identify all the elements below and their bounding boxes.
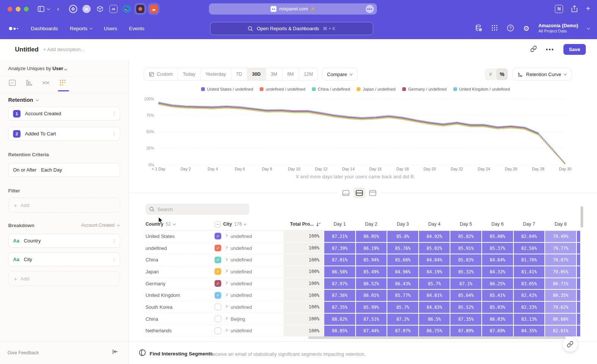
layout-chart-only-button[interactable] bbox=[340, 187, 352, 198]
analyze-entity-dropdown[interactable]: User bbox=[53, 66, 63, 71]
row-checkbox[interactable]: ✓ bbox=[215, 268, 221, 275]
day-column-header[interactable]: Day 6 bbox=[482, 222, 513, 227]
tab-funnels-icon[interactable] bbox=[25, 79, 33, 87]
range-custom[interactable]: Custom bbox=[144, 68, 178, 80]
legend-item[interactable]: United States / undefined bbox=[201, 87, 253, 91]
country-column-header[interactable]: Country 52 bbox=[146, 222, 215, 227]
range-yesterday[interactable]: Yesterday bbox=[200, 68, 231, 80]
day-column-header[interactable]: Day 8 bbox=[545, 222, 576, 227]
cube-extension-icon[interactable] bbox=[96, 5, 104, 13]
retention-criteria-card[interactable]: On or After Each Day bbox=[8, 163, 120, 177]
row-checkbox[interactable]: ✓ bbox=[215, 257, 221, 263]
expand-row-icon[interactable] bbox=[225, 294, 228, 296]
record-extension-icon[interactable] bbox=[136, 5, 144, 13]
nav-item-users[interactable]: Users bbox=[104, 26, 117, 31]
save-button[interactable]: Save bbox=[563, 44, 586, 55]
legend-item[interactable]: United Kingdom / undefined bbox=[453, 87, 510, 91]
unit-percent-button[interactable]: % bbox=[496, 68, 508, 80]
breakdown-city-menu-icon[interactable]: ⋮ bbox=[112, 259, 115, 260]
share-icon[interactable] bbox=[571, 5, 578, 12]
copy-link-icon[interactable] bbox=[530, 46, 537, 54]
help-icon[interactable]: ? bbox=[507, 24, 514, 33]
retention-step-1[interactable]: 1 Account Created ⋮ bbox=[8, 107, 120, 120]
layout-table-only-button[interactable] bbox=[367, 187, 379, 198]
breakdown-country-menu-icon[interactable]: ⋮ bbox=[112, 240, 115, 242]
project-switcher[interactable]: Amazonia {Demo} All Project Data bbox=[538, 23, 578, 34]
range-7d[interactable]: 7D bbox=[231, 68, 247, 80]
legend-item[interactable]: undefined / undefined bbox=[260, 87, 305, 91]
step-1-menu-icon[interactable]: ⋮ bbox=[112, 113, 115, 114]
expand-row-icon[interactable] bbox=[225, 270, 228, 272]
breakdown-city-label[interactable]: City bbox=[24, 257, 107, 262]
compare-button[interactable]: Compare bbox=[322, 68, 357, 81]
m-extension-icon[interactable]: m bbox=[82, 5, 91, 13]
nav-item-events[interactable]: Events bbox=[129, 26, 144, 31]
day-column-header[interactable]: Day 2 bbox=[356, 222, 387, 227]
table-search[interactable] bbox=[146, 204, 249, 215]
expand-row-icon[interactable] bbox=[225, 317, 228, 320]
legend-item[interactable]: China / undefined bbox=[312, 87, 350, 91]
find-interesting-segments-link[interactable]: Find Interesting Segments bbox=[150, 351, 213, 357]
legend-item[interactable]: Germany / undefined bbox=[402, 87, 447, 91]
tab-overview-chevron-icon[interactable] bbox=[47, 9, 50, 10]
sidebar-toggle-icon[interactable] bbox=[38, 6, 44, 12]
expand-row-icon[interactable] bbox=[225, 329, 228, 332]
tab-insights-icon[interactable] bbox=[8, 79, 16, 87]
share-link-fab[interactable] bbox=[563, 337, 578, 352]
day-column-header[interactable]: Day 5 bbox=[450, 222, 482, 227]
step-2-menu-icon[interactable]: ⋮ bbox=[112, 133, 115, 135]
city-column-header[interactable]: – City 176 bbox=[215, 221, 284, 228]
day-column-header[interactable]: Day 1 bbox=[324, 222, 356, 227]
window-vertical-scrollbar[interactable] bbox=[581, 206, 583, 228]
day-column-header[interactable]: Day 4 bbox=[419, 222, 450, 227]
settings-gear-icon[interactable]: ⚙ bbox=[523, 24, 529, 33]
select-all-checkbox[interactable]: – bbox=[215, 221, 221, 228]
report-title[interactable]: Untitled bbox=[15, 46, 38, 53]
expand-row-icon[interactable] bbox=[225, 305, 228, 308]
expand-row-icon[interactable] bbox=[225, 258, 228, 261]
url-more-icon[interactable]: ••• bbox=[366, 5, 374, 13]
range-12m[interactable]: 12M bbox=[299, 68, 318, 80]
breakdown-country-label[interactable]: Country bbox=[24, 238, 107, 244]
breakdown-country[interactable]: Aa Country ⋮ bbox=[8, 234, 120, 248]
expand-row-icon[interactable] bbox=[225, 246, 228, 249]
apps-grid-icon[interactable] bbox=[491, 25, 498, 32]
row-checkbox[interactable]: ✓ bbox=[215, 245, 221, 251]
retention-section-header[interactable]: Retention bbox=[8, 97, 38, 103]
expand-row-icon[interactable] bbox=[225, 234, 228, 237]
nav-item-dashboards[interactable]: Dashboards bbox=[31, 26, 58, 31]
range-30d[interactable]: 30D bbox=[247, 68, 266, 80]
back-icon[interactable]: ‹ bbox=[57, 5, 59, 13]
target-extension-icon[interactable] bbox=[69, 5, 77, 13]
tab-retention-icon[interactable] bbox=[59, 79, 67, 87]
layout-split-button[interactable] bbox=[353, 187, 365, 198]
new-tab-icon[interactable]: + bbox=[586, 4, 590, 13]
table-horizontal-scrollbar[interactable] bbox=[308, 336, 566, 339]
row-checkbox[interactable] bbox=[215, 316, 221, 322]
step-1-event[interactable]: Account Created bbox=[25, 111, 107, 116]
nav-item-reports[interactable]: Reports bbox=[70, 26, 92, 31]
data-management-icon[interactable] bbox=[475, 24, 482, 33]
breakdown-city[interactable]: Aa City ⋮ bbox=[8, 252, 120, 266]
row-checkbox[interactable] bbox=[215, 304, 221, 310]
minimize-window-icon[interactable] bbox=[16, 7, 21, 12]
day-column-header[interactable]: Day 7 bbox=[513, 222, 545, 227]
criteria-each-day[interactable]: Each Day bbox=[41, 167, 115, 173]
add-breakdown-button[interactable]: + Add bbox=[8, 271, 120, 286]
row-checkbox[interactable]: ✓ bbox=[215, 292, 221, 299]
chart-type-dropdown[interactable]: Retention Curve bbox=[512, 68, 572, 81]
row-checkbox[interactable]: ✓ bbox=[215, 280, 221, 287]
window-controls[interactable] bbox=[7, 7, 29, 12]
close-window-icon[interactable] bbox=[7, 7, 12, 12]
mixpanel-logo-icon[interactable] bbox=[9, 27, 18, 30]
js-extension-icon[interactable]: JS bbox=[109, 5, 118, 13]
address-bar[interactable]: mixpanel.com 🔒 ••• bbox=[209, 3, 377, 15]
more-options-icon[interactable]: ••• bbox=[546, 46, 554, 53]
expand-row-icon[interactable] bbox=[225, 282, 228, 284]
day-column-header[interactable]: Day 3 bbox=[387, 222, 419, 227]
criteria-on-or-after[interactable]: On or After bbox=[13, 167, 37, 173]
add-filter-button[interactable]: + Add bbox=[8, 198, 120, 213]
row-checkbox[interactable] bbox=[215, 327, 221, 334]
range-6m[interactable]: 6M bbox=[282, 68, 299, 80]
give-feedback-link[interactable]: Give Feedback bbox=[7, 350, 39, 355]
